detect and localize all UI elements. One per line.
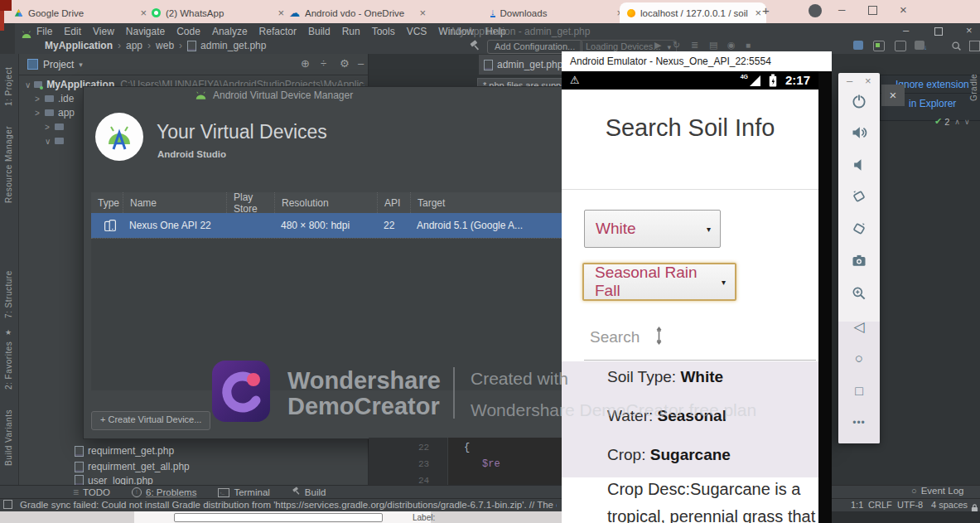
chevron-down-icon[interactable]: ∨ [964,118,970,126]
run-icon[interactable]: ▶ [654,40,661,51]
back-icon[interactable]: ◁ [851,318,867,335]
col-type[interactable]: Type [91,192,123,213]
emulator-toolbar-minimize[interactable]: – [847,75,852,87]
breadcrumb-app[interactable]: app [126,40,142,51]
soil-type-select[interactable]: White ▾ [584,210,721,248]
browser-minimize-button[interactable]: – [838,2,845,16]
browser-restore-button[interactable] [868,6,877,15]
screenshot-icon[interactable] [851,253,867,269]
tool-window-build[interactable]: Build [292,487,326,498]
sidebar-item-build-variants[interactable]: Build Variants [4,404,13,466]
power-icon[interactable] [851,93,867,109]
search-everywhere-icon[interactable] [951,40,962,55]
menu-analyze[interactable]: Analyze [212,26,248,37]
indent-indicator[interactable]: 4 spaces [931,500,968,510]
collapse-all-button[interactable]: ÷ [321,57,326,70]
profiler-icon[interactable]: ≣ [691,40,698,51]
menu-navigate[interactable]: Navigate [126,26,165,37]
home-icon[interactable]: ○ [851,351,867,367]
menu-view[interactable]: View [93,26,114,37]
rainfall-select[interactable]: Seasonal Rain Fall ▾ [582,263,736,301]
menu-run[interactable]: Run [342,26,360,37]
tab-downloads[interactable]: ↓ Downloads × [483,2,628,23]
attach-debugger-icon[interactable]: ↻ [673,40,680,51]
sync-gradle-icon[interactable] [895,41,906,51]
encoding-indicator[interactable]: UTF-8 [897,500,923,510]
device-manager-icon[interactable] [853,41,863,50]
col-play-store[interactable]: Play Store [226,192,274,213]
ide-restore-button[interactable] [934,27,943,36]
sidebar-item-structure[interactable]: 7: Structure [4,264,13,318]
tree-item-folder[interactable]: ∨ [45,134,68,148]
more-icon[interactable]: ••• [849,416,869,429]
menu-file[interactable]: File [36,26,52,37]
ide-minimize-button[interactable]: – [903,24,909,36]
tree-item-ide[interactable]: >.ide [35,92,74,105]
sidebar-item-project[interactable]: 1: Project [4,60,13,106]
debug-icon[interactable]: ◉ [727,40,736,51]
menu-refactor[interactable]: Refactor [259,26,297,37]
col-name[interactable]: Name [123,192,226,213]
volume-down-icon[interactable] [851,157,867,173]
locate-button[interactable]: ⊕ [301,57,310,70]
menu-code[interactable]: Code [176,26,200,37]
menu-build[interactable]: Build [308,26,331,37]
coverage-icon[interactable]: ▤ [709,40,717,51]
rotate-left-icon[interactable] [851,188,867,205]
search-input[interactable]: Search [584,322,816,361]
file-user-login[interactable]: user_login.php [75,476,153,485]
sidebar-item-gradle[interactable]: Gradle [969,63,978,101]
tab-google-drive[interactable]: Google Drive × [7,2,152,23]
layout-icon[interactable] [969,41,980,51]
breadcrumb-file[interactable]: admin_get.php [200,40,266,51]
hammer-icon[interactable] [469,40,480,55]
overview-icon[interactable]: □ [851,383,867,400]
breadcrumb-root[interactable]: MyApplication [45,40,113,51]
emulator-toolbar-close[interactable]: × [865,75,871,87]
tool-window-problems[interactable]: !6: Problems [132,487,196,497]
event-log-button[interactable]: ○ Event Log [911,486,963,496]
caret-position[interactable]: 1:1 [851,500,863,510]
editor-tab-admin-get[interactable]: admin_get.php [479,55,565,75]
create-virtual-device-button[interactable]: + Create Virtual Device... [91,411,210,430]
zoom-icon[interactable] [851,285,867,302]
tab-localhost-active[interactable]: localhost / 127.0.0.1 / soil / a × [620,2,766,23]
tool-window-terminal[interactable]: ›_Terminal [218,487,269,497]
volume-up-icon[interactable] [851,124,867,141]
emulator-title-bar[interactable]: Android Emulator - Nexus_One_API_22:5554 [562,51,832,72]
avd-manager-icon[interactable] [873,41,885,51]
browser-close-button[interactable]: × [900,2,907,17]
notification-close-button[interactable]: × [881,85,905,106]
inspections-widget[interactable]: ✔ 2 ∧ ∨ [934,116,970,127]
tab-close-icon[interactable]: × [755,7,761,19]
new-tab-button[interactable]: + [762,3,770,17]
menu-edit[interactable]: Edit [64,26,81,37]
tool-window-toggle-icon[interactable] [3,500,12,509]
sidebar-item-resource-manager[interactable]: Resource Manager [4,120,13,203]
breadcrumb-web[interactable]: web [156,40,174,51]
project-panel-title[interactable]: Project [43,59,74,70]
browser-avatar[interactable] [809,4,822,17]
ide-close-button[interactable]: × [966,24,973,36]
menu-tools[interactable]: Tools [372,26,395,37]
hide-panel-button[interactable]: – [358,57,364,70]
chevron-up-icon[interactable]: ∧ [954,118,960,126]
rotate-right-icon[interactable] [851,220,867,237]
tab-close-icon[interactable]: × [419,7,426,19]
col-api[interactable]: API [377,192,410,213]
code-editor[interactable]: 22 23 24 { $re [369,438,562,485]
menu-vcs[interactable]: VCS [407,26,427,37]
line-separator-indicator[interactable]: CRLF [868,500,892,510]
tab-whatsapp[interactable]: (2) WhatsApp × [144,2,289,23]
tab-onedrive[interactable]: ☁ Android vdo - OneDrive × [282,2,431,23]
gear-icon[interactable]: ⚙ [340,57,350,70]
tool-window-todo[interactable]: ≡TODO [73,487,110,498]
tree-item-app[interactable]: >app [35,106,75,119]
stop-icon[interactable]: ■ [746,41,751,50]
status-message[interactable]: Gradle sync failed: Could not install Gr… [20,500,557,510]
sdk-manager-icon[interactable]: ↓ [915,41,924,50]
col-resolution[interactable]: Resolution [274,192,377,213]
sidebar-item-favorites[interactable]: 2: Favorites [4,338,13,390]
tree-item-folder[interactable]: > [45,120,68,133]
page-input[interactable] [174,513,383,522]
